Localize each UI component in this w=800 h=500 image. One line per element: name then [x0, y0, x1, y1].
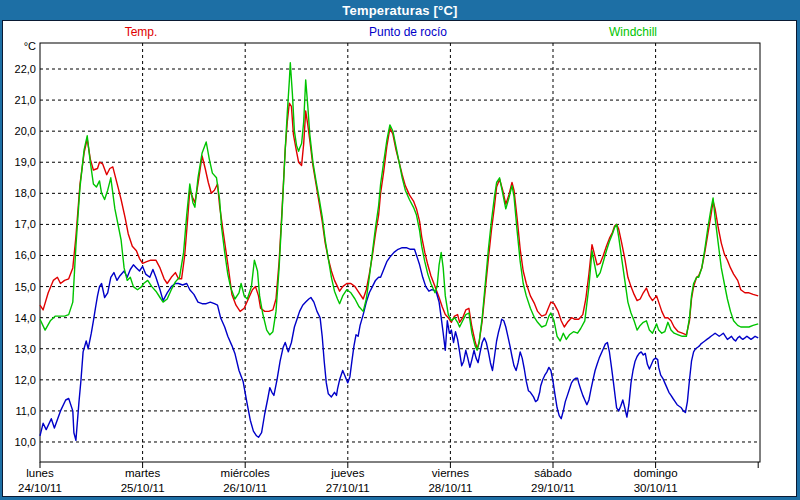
window-titlebar[interactable]: Temperaturas [°C]	[0, 0, 800, 21]
chart-panel	[2, 20, 797, 497]
x-day-name-label: lunes	[0, 467, 88, 479]
y-tick-label: 14,0	[0, 312, 36, 324]
window-title: Temperaturas [°C]	[342, 3, 457, 18]
x-day-name-label: sábado	[505, 467, 601, 479]
legend-label-dew-point: Punto de rocío	[369, 25, 447, 39]
y-tick-label: 15,0	[0, 281, 36, 293]
x-day-date-label: 30/10/11	[608, 482, 704, 494]
y-tick-label: 18,0	[0, 187, 36, 199]
y-tick-label: 22,0	[0, 63, 36, 75]
y-tick-label: 21,0	[0, 94, 36, 106]
x-day-date-label: 29/10/11	[505, 482, 601, 494]
y-tick-label: 16,0	[0, 249, 36, 261]
x-day-name-label: miércoles	[197, 467, 293, 479]
x-day-name-label: jueves	[300, 467, 396, 479]
y-tick-label: 17,0	[0, 218, 36, 230]
x-day-name-label: viernes	[402, 467, 498, 479]
y-tick-label: 11,0	[0, 405, 36, 417]
y-tick-label: 19,0	[0, 156, 36, 168]
x-day-date-label: 26/10/11	[197, 482, 293, 494]
x-day-date-label: 28/10/11	[402, 482, 498, 494]
app-window: Temperaturas [°C] Temp. Punto de rocío W…	[0, 0, 800, 500]
x-day-name-label: domingo	[608, 467, 704, 479]
x-day-date-label: 24/10/11	[0, 482, 88, 494]
x-day-date-label: 27/10/11	[300, 482, 396, 494]
x-day-name-label: martes	[95, 467, 191, 479]
x-day-date-label: 25/10/11	[95, 482, 191, 494]
y-axis-unit-label: °C	[2, 40, 36, 52]
y-tick-label: 10,0	[0, 436, 36, 448]
legend-label-windchill: Windchill	[609, 25, 657, 39]
y-tick-label: 13,0	[0, 343, 36, 355]
y-tick-label: 12,0	[0, 374, 36, 386]
y-tick-label: 20,0	[0, 125, 36, 137]
legend-label-temp: Temp.	[125, 25, 158, 39]
